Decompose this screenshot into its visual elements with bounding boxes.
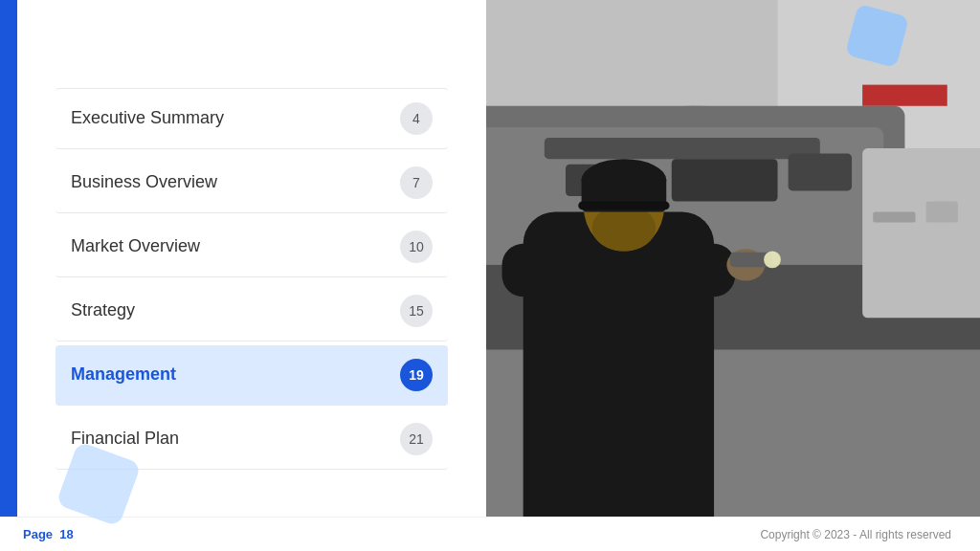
toc-item-number: 4	[400, 102, 433, 135]
footer-page: Page 18	[23, 527, 74, 541]
mechanic-image	[486, 0, 980, 551]
toc-item-market-overview[interactable]: Market Overview10	[56, 217, 448, 277]
toc-item-executive-summary[interactable]: Executive Summary4	[56, 88, 448, 149]
toc-list: Executive Summary4Business Overview7Mark…	[56, 88, 448, 474]
footer-page-label: Page	[23, 527, 53, 541]
toc-item-number: 15	[400, 295, 433, 327]
right-panel	[486, 0, 980, 551]
page-container: Executive Summary4Business Overview7Mark…	[0, 0, 980, 551]
svg-rect-27	[486, 0, 980, 551]
toc-item-number: 21	[400, 423, 433, 455]
toc-item-business-overview[interactable]: Business Overview7	[56, 153, 448, 213]
toc-item-label: Market Overview	[71, 236, 200, 256]
toc-item-strategy[interactable]: Strategy15	[56, 281, 448, 342]
mechanic-photo	[486, 0, 980, 551]
footer-copyright: Copyright © 2023 - All rights reserved	[760, 528, 951, 541]
toc-item-label: Executive Summary	[71, 108, 224, 128]
footer: Page 18 Copyright © 2023 - All rights re…	[0, 517, 980, 551]
toc-item-number: 10	[400, 231, 433, 263]
toc-item-label: Strategy	[71, 300, 135, 320]
toc-item-management[interactable]: Management19	[56, 345, 448, 406]
sidebar-strip	[0, 0, 17, 551]
toc-item-number: 7	[400, 166, 433, 199]
footer-page-number: 18	[59, 527, 73, 541]
toc-item-label: Management	[71, 364, 176, 385]
left-panel: Executive Summary4Business Overview7Mark…	[17, 0, 486, 551]
toc-item-label: Business Overview	[71, 172, 217, 192]
toc-item-number: 19	[400, 359, 433, 391]
